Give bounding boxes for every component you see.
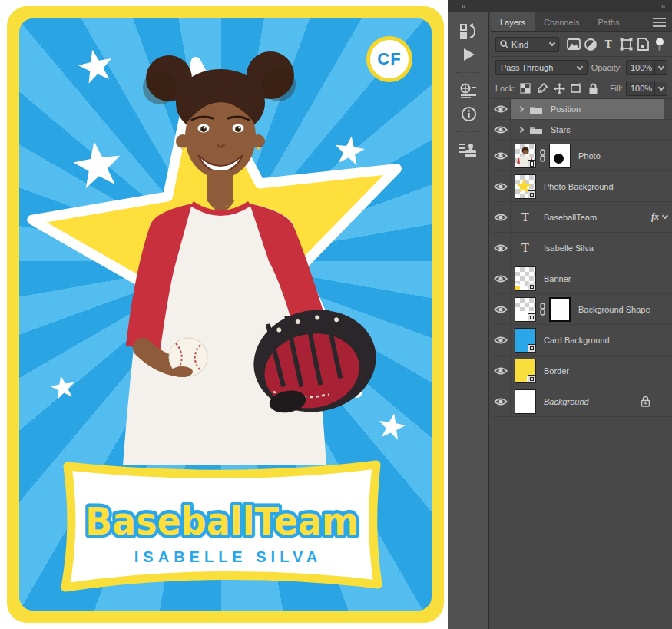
opacity-input[interactable]: 100%	[626, 60, 655, 75]
position-badge: CF	[366, 36, 412, 82]
layer-row-border[interactable]: Border	[491, 356, 672, 386]
filter-kind-label: Kind	[511, 40, 547, 49]
timeline-icon[interactable]	[448, 79, 489, 102]
opacity-label: Opacity:	[591, 63, 622, 72]
layer-row-baseballteam[interactable]: T BaseballTeam fx	[491, 202, 672, 233]
visibility-toggle[interactable]	[491, 263, 511, 293]
layer-thumbnail-photo-background[interactable]	[515, 174, 536, 199]
visibility-toggle[interactable]	[491, 386, 511, 416]
expand-panels-icon[interactable]: »	[660, 2, 664, 11]
layer-name: Banner	[544, 274, 571, 283]
eye-icon	[494, 305, 508, 314]
layer-name: Photo	[578, 151, 601, 161]
panel-menu-icon[interactable]	[653, 18, 666, 27]
layer-row-position[interactable]: Position	[491, 99, 672, 120]
player-name-text: ISABELLE SILVA	[134, 548, 322, 565]
layer-name: Border	[544, 366, 569, 376]
filter-toggle-icon[interactable]	[651, 36, 667, 53]
panel-tab-bar: Layers Channels Paths	[491, 12, 672, 32]
vector-mask-badge-icon	[528, 190, 536, 199]
tool-presets-icon[interactable]	[448, 138, 489, 161]
visibility-toggle[interactable]	[491, 325, 511, 355]
adjustment-filter-icon[interactable]	[583, 36, 599, 53]
vector-mask-badge-icon	[528, 344, 536, 353]
visibility-toggle[interactable]	[491, 202, 511, 232]
lock-label: Lock:	[495, 84, 515, 93]
visibility-toggle[interactable]	[491, 171, 511, 201]
fill-label: Fill:	[610, 84, 623, 93]
layer-name: BaseballTeam	[544, 213, 597, 222]
fill-dropdown-icon[interactable]	[655, 81, 667, 96]
layer-name: Background	[544, 397, 589, 406]
layer-name: Stars	[551, 125, 571, 134]
layer-thumbnail-background-shape[interactable]	[515, 297, 536, 322]
smart-object-filter-icon[interactable]	[635, 36, 651, 53]
eye-icon	[494, 104, 508, 114]
document-canvas[interactable]: BaseballTeam ISABELLE SILVA CF	[0, 0, 448, 629]
layer-thumbnail-background[interactable]	[515, 389, 536, 414]
eye-icon	[494, 274, 508, 283]
lock-paint-icon[interactable]	[535, 81, 549, 95]
group-expand-icon[interactable]	[518, 106, 524, 112]
tab-channels[interactable]: Channels	[535, 12, 588, 31]
fx-label: fx	[651, 211, 659, 223]
layer-row-background-shape[interactable]: Background Shape	[491, 294, 672, 325]
layer-row-banner[interactable]: Banner	[491, 263, 672, 294]
type-filter-icon[interactable]: T	[601, 36, 617, 53]
layer-thumbnail-card-background[interactable]	[515, 328, 536, 353]
layer-row-card-background[interactable]: Card Background	[491, 325, 672, 356]
layer-filter-row: Kind T	[491, 32, 672, 57]
chevron-down-icon	[549, 40, 555, 46]
dock-divider	[456, 131, 479, 132]
baseball-card-border: BaseballTeam ISABELLE SILVA CF	[7, 6, 444, 623]
blend-mode-dropdown[interactable]: Pass Through	[495, 60, 588, 75]
eye-icon	[494, 182, 508, 191]
link-icon	[539, 149, 546, 162]
info-icon[interactable]	[448, 102, 489, 125]
actions-play-icon[interactable]	[448, 43, 489, 66]
collapse-panels-icon[interactable]: «	[462, 2, 465, 11]
visibility-toggle[interactable]	[491, 356, 511, 386]
layer-row-photo-background[interactable]: Photo Background	[491, 171, 672, 202]
layer-thumbnail-photo[interactable]	[515, 144, 536, 168]
shape-filter-icon[interactable]	[618, 36, 634, 53]
visibility-toggle[interactable]	[491, 141, 511, 170]
card-sunburst-background: BaseballTeam ISABELLE SILVA CF	[19, 18, 432, 611]
lock-artboard-icon[interactable]	[569, 81, 583, 95]
vector-mask-thumbnail[interactable]	[549, 297, 571, 322]
eye-icon	[494, 125, 508, 134]
filter-kind-dropdown[interactable]: Kind	[495, 37, 559, 52]
visibility-toggle[interactable]	[491, 233, 511, 263]
fill-input[interactable]: 100%	[626, 81, 655, 96]
lock-all-icon[interactable]	[586, 81, 600, 95]
layer-thumbnail-border[interactable]	[515, 359, 536, 383]
history-icon[interactable]	[448, 20, 489, 43]
layer-effects-toggle[interactable]: fx	[651, 211, 667, 223]
layer-name: Position	[551, 104, 581, 114]
layer-thumbnail-banner[interactable]	[515, 266, 536, 291]
layer-row-photo[interactable]: Photo	[491, 141, 672, 171]
visibility-toggle[interactable]	[491, 294, 511, 324]
layer-row-stars[interactable]: Stars	[491, 120, 672, 141]
visibility-toggle[interactable]	[491, 120, 511, 140]
photoshop-workspace: BaseballTeam ISABELLE SILVA CF « »	[0, 0, 672, 629]
tab-channels-label: Channels	[544, 18, 579, 27]
eye-icon	[494, 336, 508, 345]
layer-row-isabelle-silva[interactable]: T Isabelle Silva	[491, 233, 672, 263]
blend-mode-value: Pass Through	[501, 63, 553, 72]
tab-layers-label: Layers	[500, 18, 525, 27]
folder-icon	[529, 104, 543, 114]
tab-layers[interactable]: Layers	[491, 12, 535, 31]
layer-mask-thumbnail[interactable]	[549, 144, 571, 168]
panel-header-strip: « »	[448, 0, 672, 12]
lock-move-icon[interactable]	[552, 81, 566, 95]
tab-paths-label: Paths	[598, 18, 620, 27]
opacity-dropdown-icon[interactable]	[655, 60, 667, 75]
lock-transparency-icon[interactable]	[518, 81, 532, 95]
layer-row-background[interactable]: Background	[491, 386, 672, 417]
visibility-toggle[interactable]	[491, 99, 511, 119]
team-name-text: BaseballTeam	[85, 499, 359, 544]
pixel-filter-icon[interactable]	[565, 36, 581, 53]
tab-paths[interactable]: Paths	[589, 12, 629, 31]
group-expand-icon[interactable]	[518, 127, 524, 133]
